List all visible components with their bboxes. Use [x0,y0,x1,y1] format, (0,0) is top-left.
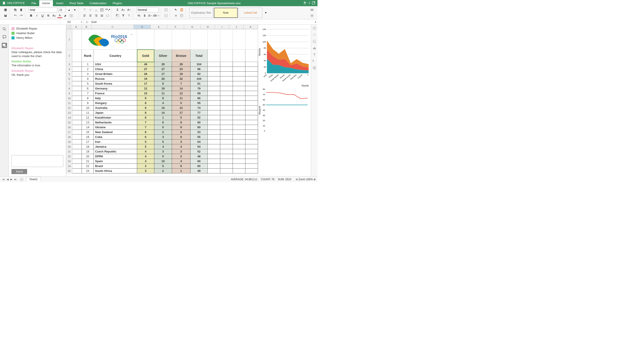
cell-rank[interactable]: 23 [82,168,94,174]
grid[interactable]: 1 Rio2016™ 2 Rank Country Gold Silver Br… [66,29,258,176]
row-header[interactable]: 4 [66,67,72,72]
row-header[interactable]: 10 [66,96,72,101]
cell-bronze[interactable]: 5 [172,130,191,135]
cell-bronze[interactable]: 4 [172,144,191,149]
decfont-button[interactable]: ▾ [72,8,77,12]
sheet-tab[interactable]: Sheet1 [26,177,41,182]
sortasc-button[interactable]: A↓ [121,8,126,12]
chart-number[interactable]: Numb Медали 01020304050607080 [259,84,310,139]
cell-country[interactable]: Iran [94,140,137,144]
cell-country[interactable]: South Korea [94,81,137,86]
cell-rank[interactable]: 3 [82,72,94,76]
menu-pivot-table[interactable]: Pivot Table [66,0,87,6]
save-button[interactable] [3,13,8,18]
cell-gold[interactable]: 27 [137,67,154,72]
row-header[interactable]: 1 [66,29,72,50]
cell-bronze[interactable]: 8 [172,120,191,125]
cell-country[interactable]: France [94,91,137,96]
cell-total[interactable]: 52 [190,115,208,120]
align-just-button[interactable] [100,13,104,18]
users-icon[interactable] [303,1,307,5]
cell-gold[interactable]: 8 [137,101,154,106]
menu-collaboration[interactable]: Collaboration [87,0,110,6]
cell-country[interactable]: Brazil [94,164,137,168]
cell-silver[interactable]: 26 [154,76,172,81]
cell-bronze[interactable]: 12 [172,91,191,96]
th-silver[interactable]: Silver [154,50,172,62]
align-left-button[interactable] [82,13,87,18]
italic-button[interactable]: I [35,13,39,18]
row-header[interactable]: 22 [66,154,72,159]
cell-total[interactable]: 104 [190,76,208,81]
sum-button[interactable]: Σ [115,8,120,12]
namedrange-button[interactable] [115,13,120,18]
th-bronze[interactable]: Bronze [172,50,191,62]
cell-gold[interactable]: 5 [137,140,154,144]
cell-total[interactable]: 79 [190,86,208,91]
cell-total[interactable]: 74 [190,106,208,110]
cell-country[interactable]: USA [94,62,137,67]
cell-gold[interactable]: 4 [137,149,154,154]
cell-bronze[interactable]: 5 [172,101,191,106]
cell-total[interactable]: 61 [190,81,208,86]
cell-rank[interactable]: 18 [82,144,94,149]
cell-gold[interactable]: 6 [137,135,154,140]
cell-rank[interactable]: 7 [82,91,94,96]
cell-bronze[interactable]: 3 [172,140,191,144]
style-linked[interactable]: Linked Cell [239,8,262,18]
chart-medals[interactable]: Medals 020406080100120140USAChinaGreat B… [259,26,310,81]
cell-silver[interactable]: 0 [154,154,172,159]
row-header[interactable]: 17 [66,130,72,135]
col-header-G[interactable]: G [184,25,201,29]
cell-rank[interactable]: 8 [82,96,94,101]
cell-silver[interactable]: 29 [154,62,172,67]
fillcolor-button[interactable] [63,13,68,18]
comments-icon[interactable] [2,35,7,39]
styles-more-button[interactable]: ▾ [263,10,268,15]
row-header[interactable]: 21 [66,149,72,154]
valign-bot-button[interactable] [94,8,99,12]
cell-bronze[interactable]: 6 [172,135,191,140]
cell-country[interactable]: China [94,67,137,72]
cell-silver[interactable]: 4 [154,101,172,106]
cell-country[interactable]: DPRK [94,154,137,159]
col-header-F[interactable]: F [167,25,184,29]
cell-bronze[interactable]: 9 [172,125,191,130]
cell-country[interactable]: New Zealand [94,130,137,135]
add-sheet-button[interactable]: + [20,178,23,181]
cell-total[interactable]: 60 [190,159,208,164]
cell-silver[interactable]: 4 [154,144,172,149]
sheet-next-button[interactable]: ▶ [10,178,13,181]
zoom-out-button[interactable]: ⊖ [296,178,298,181]
cell-silver[interactable]: 8 [154,81,172,86]
cell-country[interactable]: Jamaica [94,144,137,149]
cell-gold[interactable]: 7 [137,125,154,130]
row-header[interactable]: 19 [66,140,72,144]
cell-gold[interactable]: 26 [137,72,154,76]
row-header[interactable]: 8 [66,86,72,91]
cell-bronze[interactable]: 29 [172,62,191,67]
cell-total[interactable]: 60 [190,164,208,168]
cell-silver[interactable]: 6 [154,120,172,125]
cell-total[interactable]: 55 [190,101,208,106]
cell-silver[interactable]: 17 [154,72,172,76]
cell-silver[interactable]: 3 [154,135,172,140]
shape-settings-icon[interactable] [313,33,316,36]
sheet-prev-button[interactable]: ◀ [6,178,9,181]
cell-country[interactable]: Italy [94,96,137,101]
orient-button[interactable]: ᴬᴮ↗ [105,8,110,12]
cell-bronze[interactable]: 3 [172,149,191,154]
cell-total[interactable]: 96 [190,67,208,72]
fontsize-input[interactable] [58,8,66,12]
cell-rank[interactable]: 5 [82,81,94,86]
row-header[interactable]: 18 [66,135,72,140]
cell-silver[interactable]: 27 [154,67,172,72]
cell-total[interactable]: 104 [190,62,208,67]
cell-country[interactable]: Netherlands [94,120,137,125]
chart-settings-icon[interactable] [313,46,316,50]
row-header[interactable]: 7 [66,81,72,86]
chat-icon[interactable] [2,43,7,48]
row-header[interactable]: 20 [66,144,72,149]
col-header-J[interactable]: J [229,25,244,29]
cell-bronze[interactable]: 12 [172,106,191,110]
